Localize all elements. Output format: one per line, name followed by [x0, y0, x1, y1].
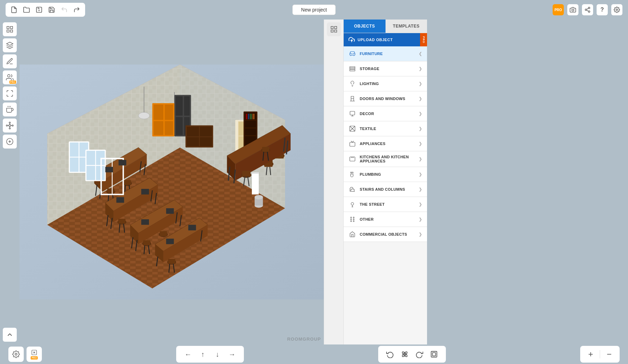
zoom-out-button[interactable]: −: [603, 348, 615, 361]
tab-objects[interactable]: OBJECTS: [344, 20, 386, 33]
svg-rect-155: [252, 172, 259, 174]
svg-rect-143: [168, 259, 175, 264]
svg-rect-106: [107, 188, 114, 193]
save-as-button[interactable]: [34, 5, 44, 15]
doors-windows-label: DOORS AND WINDOWS: [360, 97, 415, 101]
settings-button[interactable]: [611, 4, 622, 15]
undo-button[interactable]: [59, 5, 69, 15]
canvas-area[interactable]: ROOMGROUP: [20, 20, 324, 344]
redo-button[interactable]: [72, 5, 82, 15]
layers-button[interactable]: [3, 38, 17, 52]
other-arrow: ❯: [419, 217, 422, 222]
doors-windows-arrow: ❯: [419, 96, 422, 101]
svg-rect-64: [187, 137, 199, 146]
svg-point-8: [616, 9, 618, 11]
nav-down-button[interactable]: ↓: [211, 348, 224, 361]
fullscreen-button[interactable]: [3, 86, 17, 100]
kitchens-icon: [349, 155, 356, 163]
svg-rect-0: [37, 7, 42, 13]
pro-badge-bottom: PRO: [31, 356, 37, 359]
collapse-panel-button[interactable]: [3, 328, 17, 342]
svg-rect-169: [166, 239, 174, 244]
zoom-in-button[interactable]: +: [584, 348, 597, 361]
people-button[interactable]: PRO: [3, 70, 17, 84]
svg-rect-78: [248, 114, 249, 119]
help-button[interactable]: ?: [597, 4, 608, 15]
category-doors-windows[interactable]: DOORS AND WINDOWS ❯: [344, 91, 427, 106]
category-lighting[interactable]: LIGHTING ❯: [344, 76, 427, 91]
svg-rect-205: [432, 352, 435, 356]
upload-object-label: UPLOAD OBJECT: [358, 38, 393, 42]
category-commercial[interactable]: COMMERCIAL OBJECTS ❯: [344, 227, 427, 242]
svg-rect-75: [245, 128, 256, 135]
rotate-right-button[interactable]: [413, 348, 426, 361]
category-decor[interactable]: DECOR ❯: [344, 106, 427, 121]
rotate-left-button[interactable]: [384, 348, 396, 361]
svg-rect-77: [246, 114, 247, 119]
svg-rect-55: [165, 121, 173, 135]
pro-mode-button[interactable]: PRO: [553, 4, 564, 15]
magnet-button[interactable]: [3, 103, 17, 116]
file-toolbar: [6, 3, 85, 17]
bottom-settings-button[interactable]: [8, 347, 24, 362]
svg-rect-177: [350, 68, 355, 70]
storage-label: STORAGE: [360, 67, 415, 71]
nodes-button[interactable]: [3, 119, 17, 132]
svg-rect-65: [200, 137, 212, 146]
measure-button[interactable]: [3, 54, 17, 68]
top-view-button[interactable]: [428, 348, 440, 361]
3d-view-button[interactable]: [3, 22, 17, 36]
kitchens-arrow: ❯: [419, 157, 422, 161]
nav-right-button[interactable]: →: [226, 348, 238, 361]
screenshot-button[interactable]: [567, 4, 578, 15]
objects-panel-toggle[interactable]: [327, 22, 341, 36]
share-button[interactable]: [582, 4, 593, 15]
svg-point-2: [572, 9, 574, 11]
bottom-bar: PRO ← ↑ ↓ → + −: [0, 344, 628, 364]
svg-rect-10: [10, 26, 13, 29]
right-sidebar: [324, 20, 343, 344]
layers2-button[interactable]: [3, 135, 17, 149]
svg-rect-95: [242, 171, 251, 176]
category-furniture[interactable]: FURNITURE ❮: [344, 46, 427, 61]
nav-up-button[interactable]: ↑: [196, 348, 209, 361]
tab-templates[interactable]: TEMPLATES: [386, 20, 427, 33]
svg-point-5: [588, 11, 590, 13]
new-file-button[interactable]: [9, 5, 19, 15]
other-label: OTHER: [360, 217, 415, 221]
category-other[interactable]: OTHER ❯: [344, 212, 427, 227]
open-file-button[interactable]: [22, 5, 31, 15]
zoom-divider: [600, 350, 600, 358]
svg-rect-53: [165, 105, 173, 120]
svg-rect-166: [141, 189, 149, 195]
appliances-icon: [349, 140, 356, 147]
svg-point-48: [139, 112, 150, 119]
project-title-button[interactable]: New project: [292, 5, 336, 15]
category-plumbing[interactable]: PLUMBING ❯: [344, 167, 427, 182]
upload-object-button[interactable]: UPLOAD OBJECT PRO: [344, 33, 427, 46]
upload-pro-badge: PRO: [420, 33, 427, 46]
svg-point-20: [9, 122, 10, 123]
category-street[interactable]: THE STREET ❯: [344, 197, 427, 212]
svg-rect-132: [143, 240, 150, 245]
svg-rect-188: [350, 142, 355, 146]
objects-panel-tabs: OBJECTS TEMPLATES: [344, 20, 427, 33]
svg-point-197: [351, 221, 352, 222]
orbit-button[interactable]: [398, 348, 411, 361]
svg-rect-58: [184, 96, 190, 115]
svg-rect-164: [119, 160, 126, 166]
svg-point-17: [9, 124, 11, 127]
main-area: PRO: [0, 20, 628, 344]
furniture-label: FURNITURE: [360, 52, 415, 56]
category-storage[interactable]: STORAGE ❯: [344, 61, 427, 76]
category-textile[interactable]: TEXTILE ❯: [344, 121, 427, 136]
nav-left-button[interactable]: ←: [182, 348, 194, 361]
category-appliances[interactable]: APPLIANCES ❯: [344, 136, 427, 151]
bottom-pro-button[interactable]: PRO: [27, 347, 42, 362]
decor-arrow: ❯: [419, 111, 422, 116]
category-kitchens[interactable]: KITCHENS AND KITCHEN APPLIANCES ❯: [344, 151, 427, 167]
save-button[interactable]: [47, 5, 57, 15]
decor-icon: [349, 110, 356, 117]
category-stairs[interactable]: STAIRS AND COLUMNS ❯: [344, 182, 427, 197]
svg-point-196: [353, 217, 354, 218]
